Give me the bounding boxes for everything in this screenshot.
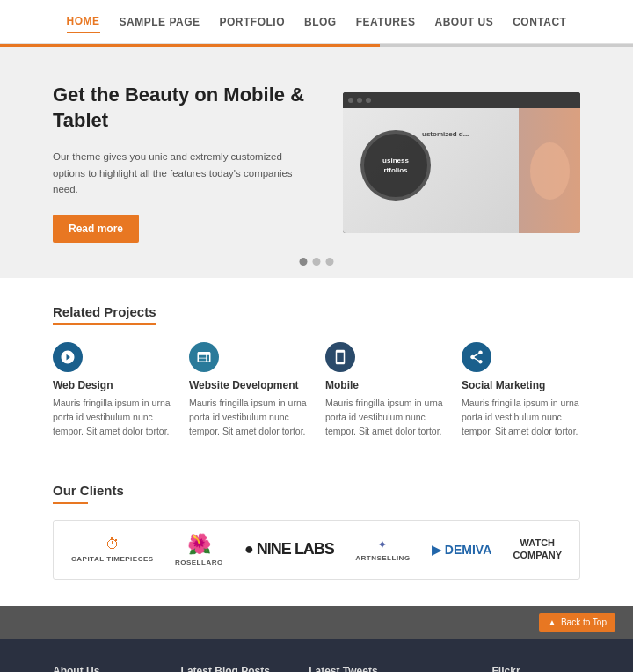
dot-1[interactable] xyxy=(300,258,308,266)
mobile-icon xyxy=(332,349,348,365)
client-icon-3: ● NINE LABS xyxy=(244,540,334,559)
related-projects-section: Related Projects Web Design Mauris fring… xyxy=(0,278,633,464)
website-dev-icon-circle xyxy=(189,342,219,372)
magnifier: usinessrtfolios xyxy=(360,130,431,201)
client-icon-5: ▶ DEMIVA xyxy=(432,543,491,557)
footer-flickr: Flickr xyxy=(492,665,580,672)
project-web-design: Web Design Mauris fringilla ipsum in urn… xyxy=(53,342,171,438)
client-icon-1: ⏱ xyxy=(106,537,120,552)
browser-dot-1 xyxy=(348,98,353,103)
hero-image: usinessrtfolios ustomized d... xyxy=(316,92,580,233)
project-website-dev-name: Website Development xyxy=(189,379,308,391)
nav-item-about-us[interactable]: ABOUT US xyxy=(434,11,493,33)
hero-dots xyxy=(300,258,334,266)
clients-bar: ⏱ CAPITAL TIMEPIECES 🌺 Rosellaro ● NINE … xyxy=(53,520,580,580)
mobile-icon-circle xyxy=(325,342,355,372)
nav-item-blog[interactable]: BLOG xyxy=(304,11,337,33)
magnifier-text: usinessrtfolios xyxy=(382,156,409,175)
nav: HOME SAMPLE PAGE PORTFOLIO BLOG FEATURES… xyxy=(67,11,567,33)
social-marketing-icon-circle xyxy=(462,342,491,372)
face-image xyxy=(519,108,580,233)
footer-grid: About Us Latest Blog Posts Hello world! … xyxy=(53,665,580,672)
footer-flickr-title: Flickr xyxy=(492,665,580,672)
back-to-top-bar: ▲ Back to Top xyxy=(0,606,633,639)
project-mobile: Mobile Mauris fringilla ipsum in urna po… xyxy=(325,342,444,438)
related-projects-title: Related Projects xyxy=(53,304,156,325)
hero-screenshot: usinessrtfolios ustomized d... xyxy=(343,92,580,233)
web-design-icon xyxy=(60,349,76,365)
footer-blog-title: Latest Blog Posts xyxy=(181,665,292,672)
project-web-design-desc: Mauris fringilla ipsum in urna porta id … xyxy=(53,397,171,438)
project-mobile-name: Mobile xyxy=(325,379,444,391)
web-design-icon-circle xyxy=(53,342,83,372)
social-marketing-icon xyxy=(469,349,484,365)
nav-item-sample-page[interactable]: SAMPLE PAGE xyxy=(120,11,200,33)
nav-item-portfolio[interactable]: PORTFOLIO xyxy=(220,11,286,33)
client-logo-4: ✦ artnselling xyxy=(355,537,410,562)
project-website-development: Website Development Mauris fringilla ips… xyxy=(189,342,308,438)
client-name-2: Rosellaro xyxy=(175,559,223,566)
hero-text: Get the Beauty on Mobile & Tablet Our th… xyxy=(53,83,316,243)
hero-section: Get the Beauty on Mobile & Tablet Our th… xyxy=(0,47,633,278)
footer-about-title: About Us xyxy=(53,665,164,672)
browser-content: usinessrtfolios ustomized d... xyxy=(343,108,580,233)
clients-section: Our Clients ⏱ CAPITAL TIMEPIECES 🌺 Rosel… xyxy=(0,465,633,606)
client-icon-4: ✦ xyxy=(377,537,388,551)
project-social-desc: Mauris fringilla ipsum in urna porta id … xyxy=(462,397,580,438)
client-logo-2: 🌺 Rosellaro xyxy=(175,533,223,566)
nav-item-contact[interactable]: CONTACT xyxy=(513,11,566,33)
footer-tweets-title: Latest Tweets xyxy=(309,665,474,672)
client-logo-5: ▶ DEMIVA xyxy=(432,543,491,557)
overlay-text: ustomized d... xyxy=(422,130,469,138)
browser-dot-3 xyxy=(366,98,371,103)
footer: About Us Latest Blog Posts Hello world! … xyxy=(0,639,633,672)
nav-item-home[interactable]: HOME xyxy=(67,11,100,33)
project-social-marketing: Social Marketing Mauris fringilla ipsum … xyxy=(462,342,580,438)
project-mobile-desc: Mauris fringilla ipsum in urna porta id … xyxy=(325,397,444,438)
clients-underline xyxy=(53,502,88,504)
dot-3[interactable] xyxy=(326,258,334,266)
clients-title: Our Clients xyxy=(53,483,580,498)
project-website-dev-desc: Mauris fringilla ipsum in urna porta id … xyxy=(189,397,308,438)
footer-about-us: About Us xyxy=(53,665,164,672)
project-social-name: Social Marketing xyxy=(462,379,580,391)
browser-bar xyxy=(343,92,580,108)
browser-dot-2 xyxy=(357,98,362,103)
client-name-4: artnselling xyxy=(355,554,410,562)
client-name-1: CAPITAL TIMEPIECES xyxy=(71,555,154,563)
dot-2[interactable] xyxy=(313,258,321,266)
hero-description: Our theme gives you unic and extremly cu… xyxy=(53,149,316,197)
back-to-top-button[interactable]: ▲ Back to Top xyxy=(539,613,615,632)
client-icon-2: 🌺 xyxy=(187,533,211,556)
nav-item-features[interactable]: FEATURES xyxy=(356,11,416,33)
website-development-icon xyxy=(196,349,212,365)
projects-grid: Web Design Mauris fringilla ipsum in urn… xyxy=(53,342,580,438)
client-logo-6: WATCHCOMPANY xyxy=(513,537,562,560)
face-oval xyxy=(530,142,570,200)
footer-tweets: Latest Tweets GAME - Do YOU know how muc… xyxy=(309,665,474,672)
arrow-up-icon: ▲ xyxy=(548,617,557,627)
client-name-6: WATCHCOMPANY xyxy=(513,537,562,560)
project-web-design-name: Web Design xyxy=(53,379,171,391)
footer-blog: Latest Blog Posts Hello world! 5.05.16 C… xyxy=(181,665,292,672)
hero-title: Get the Beauty on Mobile & Tablet xyxy=(53,83,316,133)
client-logo-3: ● NINE LABS xyxy=(244,540,334,559)
header: HOME SAMPLE PAGE PORTFOLIO BLOG FEATURES… xyxy=(0,0,633,44)
client-logo-1: ⏱ CAPITAL TIMEPIECES xyxy=(71,537,154,563)
read-more-button[interactable]: Read more xyxy=(53,215,139,243)
back-to-top-label: Back to Top xyxy=(561,617,607,627)
